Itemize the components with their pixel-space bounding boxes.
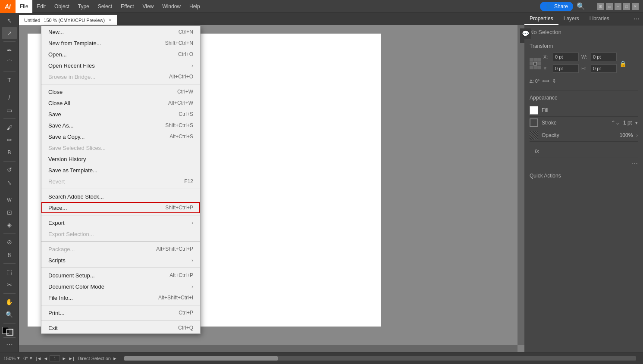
- menu-window[interactable]: Window: [158, 0, 185, 13]
- separator-5: [41, 268, 200, 268]
- menu-close-all-label: Close All: [48, 100, 70, 106]
- menu-select[interactable]: Select: [94, 0, 116, 13]
- menu-revert: Revert F12: [41, 176, 200, 187]
- share-button[interactable]: 👤 Share: [540, 2, 573, 11]
- menu-save-template-label: Save as Template...: [48, 167, 97, 174]
- menu-open-shortcut: Ctrl+O: [178, 51, 193, 57]
- menu-print[interactable]: Print... Ctrl+P: [41, 307, 200, 318]
- separator-3: [41, 215, 200, 215]
- menu-close-label: Close: [48, 89, 63, 95]
- dropdown-overlay: New... Ctrl+N New from Template... Shift…: [0, 13, 643, 364]
- menu-browse-bridge-shortcut: Alt+Ctrl+O: [169, 74, 193, 80]
- menu-save-as[interactable]: Save As... Shift+Ctrl+S: [41, 120, 200, 131]
- menu-bar: Ai File Edit Object Type Select Effect V…: [0, 0, 643, 13]
- menu-new-from-template[interactable]: New from Template... Shift+Ctrl+N: [41, 37, 200, 49]
- menu-file[interactable]: File: [16, 0, 32, 13]
- menu-object[interactable]: Object: [50, 0, 74, 13]
- menu-save-shortcut: Ctrl+S: [179, 111, 193, 117]
- menu-file-info-shortcut: Alt+Shift+Ctrl+I: [158, 295, 193, 301]
- open-recent-arrow: ›: [191, 63, 193, 68]
- menu-file-info-label: File Info...: [48, 295, 73, 301]
- menu-save-slices-label: Save Selected Slices...: [48, 145, 106, 151]
- menu-search-stock[interactable]: Search Adobe Stock...: [41, 191, 200, 202]
- menu-save[interactable]: Save Ctrl+S: [41, 109, 200, 120]
- menu-place-label: Place...: [48, 205, 67, 211]
- menu-version-history-label: Version History: [48, 156, 86, 162]
- menu-open-recent-label: Open Recent Files: [48, 62, 95, 69]
- menu-bar-right: 👤 Share 🔍 ⊞ ▭ − □ ✕: [540, 2, 643, 11]
- menu-new-shortcut: Ctrl+N: [179, 29, 193, 35]
- menu-scripts-label: Scripts: [48, 257, 66, 264]
- separator-6: [41, 305, 200, 305]
- menu-file-info[interactable]: File Info... Alt+Shift+Ctrl+I: [41, 292, 200, 303]
- menu-document-color-mode-label: Document Color Mode: [48, 283, 104, 290]
- menu-save-template[interactable]: Save as Template...: [41, 165, 200, 176]
- menu-export-selection: Export Selection...: [41, 228, 200, 240]
- menu-revert-label: Revert: [48, 178, 65, 185]
- menu-save-copy-label: Save a Copy...: [48, 134, 85, 140]
- menu-open-recent[interactable]: Open Recent Files ›: [41, 60, 200, 71]
- menu-browse-bridge-label: Browse in Bridge...: [48, 74, 95, 80]
- minimize-button[interactable]: −: [615, 3, 621, 10]
- separator-4: [41, 241, 200, 242]
- menu-save-slices: Save Selected Slices...: [41, 142, 200, 153]
- arrange-windows-button[interactable]: ⊞: [597, 3, 604, 10]
- menu-document-color-mode[interactable]: Document Color Mode ›: [41, 281, 200, 292]
- color-mode-arrow: ›: [191, 284, 193, 289]
- menu-export-label: Export: [48, 220, 65, 226]
- menu-save-label: Save: [48, 111, 61, 118]
- menu-open[interactable]: Open... Ctrl+O: [41, 49, 200, 60]
- menu-close[interactable]: Close Ctrl+W: [41, 86, 200, 97]
- file-dropdown-menu: New... Ctrl+N New from Template... Shift…: [41, 26, 201, 334]
- menu-browse-bridge: Browse in Bridge... Alt+Ctrl+O: [41, 71, 200, 82]
- search-icon[interactable]: 🔍: [577, 2, 585, 10]
- menu-export-selection-label: Export Selection...: [48, 231, 94, 237]
- menu-place[interactable]: Place... Shift+Ctrl+P: [41, 202, 200, 213]
- menu-view[interactable]: View: [138, 0, 158, 13]
- menu-print-shortcut: Ctrl+P: [179, 310, 193, 316]
- single-window-button[interactable]: ▭: [606, 3, 613, 10]
- menu-new-from-template-label: New from Template...: [48, 40, 101, 47]
- menu-new[interactable]: New... Ctrl+N: [41, 26, 200, 37]
- menu-save-copy[interactable]: Save a Copy... Alt+Ctrl+S: [41, 131, 200, 142]
- separator-2: [41, 189, 200, 189]
- share-icon: 👤: [545, 3, 552, 9]
- app-logo: Ai: [0, 0, 16, 13]
- export-arrow: ›: [191, 220, 193, 225]
- maximize-button[interactable]: □: [623, 3, 630, 10]
- menu-type[interactable]: Type: [74, 0, 94, 13]
- menu-save-as-label: Save As...: [48, 122, 74, 129]
- menu-revert-shortcut: F12: [184, 178, 193, 184]
- menu-close-all[interactable]: Close All Alt+Ctrl+W: [41, 97, 200, 109]
- close-window-button[interactable]: ✕: [632, 3, 639, 10]
- menu-scripts[interactable]: Scripts ›: [41, 255, 200, 266]
- menu-edit[interactable]: Edit: [32, 0, 50, 13]
- menu-close-shortcut: Ctrl+W: [177, 89, 193, 95]
- menu-document-setup-label: Document Setup...: [48, 272, 95, 279]
- menu-exit-label: Exit: [48, 325, 58, 331]
- menu-help[interactable]: Help: [185, 0, 204, 13]
- menu-package-label: Package...: [48, 246, 75, 252]
- menu-exit[interactable]: Exit Ctrl+Q: [41, 322, 200, 333]
- menu-close-all-shortcut: Alt+Ctrl+W: [168, 100, 193, 106]
- menu-new-from-template-shortcut: Shift+Ctrl+N: [165, 40, 193, 46]
- scripts-arrow: ›: [191, 258, 193, 263]
- menu-save-as-shortcut: Shift+Ctrl+S: [165, 122, 193, 128]
- menu-search-stock-label: Search Adobe Stock...: [48, 193, 104, 200]
- menu-print-label: Print...: [48, 310, 65, 316]
- menu-document-setup[interactable]: Document Setup... Alt+Ctrl+P: [41, 270, 200, 281]
- menu-place-shortcut: Shift+Ctrl+P: [165, 205, 193, 211]
- menu-export[interactable]: Export ›: [41, 217, 200, 228]
- menu-new-label: New...: [48, 29, 64, 35]
- menu-exit-shortcut: Ctrl+Q: [178, 325, 193, 331]
- separator-1: [41, 84, 200, 84]
- menu-document-setup-shortcut: Alt+Ctrl+P: [169, 272, 193, 278]
- separator-7: [41, 320, 200, 320]
- menu-save-copy-shortcut: Alt+Ctrl+S: [169, 134, 193, 140]
- menu-package: Package... Alt+Shift+Ctrl+P: [41, 243, 200, 255]
- menu-package-shortcut: Alt+Shift+Ctrl+P: [156, 246, 193, 252]
- menu-effect[interactable]: Effect: [116, 0, 138, 13]
- menu-open-label: Open...: [48, 51, 67, 58]
- menu-version-history[interactable]: Version History: [41, 153, 200, 165]
